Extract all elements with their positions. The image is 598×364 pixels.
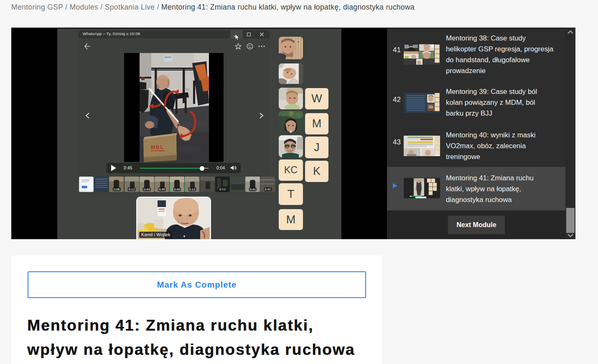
svg-text:MBL: MBL: [151, 144, 164, 150]
